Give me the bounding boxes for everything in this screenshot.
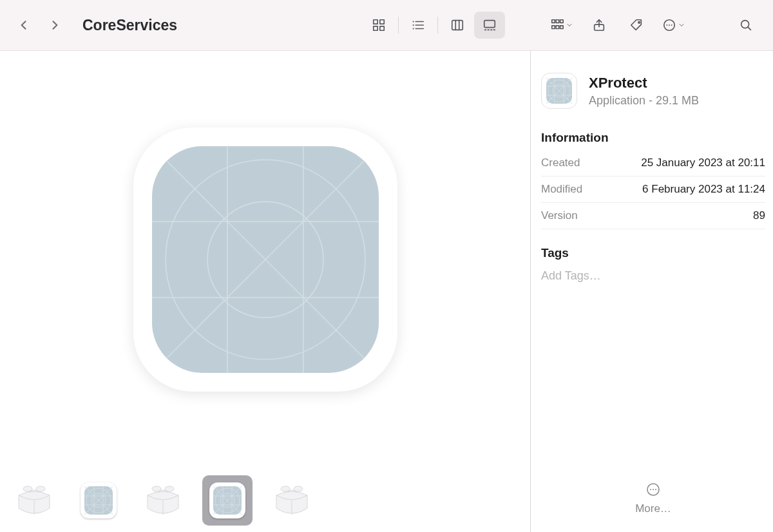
list-icon [411, 18, 425, 32]
search-button[interactable] [730, 12, 761, 39]
group-icon [550, 18, 564, 32]
more-label: More… [635, 502, 671, 515]
guideline-grid-icon [152, 146, 379, 373]
columns-icon [450, 18, 464, 32]
thumb-item-0[interactable] [9, 475, 59, 526]
view-list-button[interactable] [403, 12, 434, 39]
svg-rect-20 [560, 20, 564, 23]
svg-rect-2 [374, 26, 377, 30]
ellipsis-circle-icon [645, 482, 661, 497]
inspector-panel: XProtect Application - 29.1 MB Informati… [530, 51, 773, 532]
svg-point-27 [666, 24, 667, 26]
created-value: 25 January 2023 at 20:11 [641, 157, 765, 169]
back-button[interactable] [12, 13, 36, 37]
svg-rect-1 [380, 20, 384, 24]
svg-rect-0 [374, 20, 377, 24]
view-icons-button[interactable] [363, 12, 394, 39]
thumb-item-4[interactable] [267, 475, 317, 526]
svg-rect-10 [452, 21, 463, 30]
ellipsis-circle-icon [662, 18, 676, 32]
more-button[interactable]: More… [635, 482, 671, 515]
svg-point-8 [413, 28, 414, 29]
section-tags: Tags [541, 246, 765, 260]
thumb-item-1[interactable] [73, 475, 124, 526]
group-by-button[interactable] [546, 12, 577, 39]
view-gallery-button[interactable] [474, 12, 505, 39]
gallery-icon [482, 18, 497, 32]
tag-icon [629, 18, 644, 32]
svg-rect-3 [380, 26, 384, 30]
svg-rect-22 [556, 26, 559, 29]
svg-point-76 [655, 489, 656, 490]
thumbnail-strip[interactable] [0, 468, 530, 532]
view-switch-group [363, 12, 505, 39]
view-columns-button[interactable] [442, 12, 473, 39]
inspector-file-icon [541, 73, 577, 109]
info-row-created: Created 25 January 2023 at 20:11 [541, 150, 765, 176]
add-tags-field[interactable]: Add Tags… [541, 269, 765, 283]
svg-point-29 [671, 24, 673, 26]
chevron-right-icon [48, 19, 61, 32]
modified-label: Modified [541, 183, 582, 196]
svg-rect-13 [484, 21, 495, 28]
actions-button[interactable] [658, 12, 689, 39]
separator [437, 17, 438, 33]
modified-value: 6 February 2023 at 11:24 [642, 183, 765, 196]
window-title: CoreServices [82, 17, 177, 34]
search-icon [739, 18, 753, 32]
inspector-footer: More… [541, 482, 765, 520]
guideline-grid-icon [546, 78, 572, 104]
toolbar: CoreServices [0, 0, 773, 51]
chevron-down-icon [678, 21, 685, 29]
svg-point-74 [650, 489, 651, 490]
grid-icon [372, 18, 386, 32]
svg-point-28 [669, 24, 670, 26]
separator [398, 17, 399, 33]
file-name: XProtect [589, 75, 699, 91]
forward-button[interactable] [43, 13, 67, 37]
svg-rect-18 [552, 20, 555, 23]
svg-line-31 [748, 27, 750, 30]
version-value: 89 [753, 209, 765, 222]
info-row-modified: Modified 6 February 2023 at 11:24 [541, 176, 765, 203]
tags-button[interactable] [621, 12, 652, 39]
section-information: Information [541, 131, 765, 145]
svg-rect-19 [556, 20, 559, 23]
content-body: XProtect Application - 29.1 MB Informati… [0, 51, 773, 532]
svg-point-4 [413, 21, 414, 22]
svg-rect-21 [552, 26, 555, 29]
svg-point-25 [638, 22, 640, 24]
preview-canvas [0, 51, 530, 468]
share-icon [592, 18, 606, 32]
info-row-version: Version 89 [541, 203, 765, 229]
version-label: Version [541, 209, 578, 222]
thumb-item-3[interactable] [202, 475, 253, 526]
svg-point-6 [413, 24, 414, 26]
file-kind-size: Application - 29.1 MB [589, 94, 699, 108]
chevron-left-icon [17, 19, 30, 32]
inspector-header: XProtect Application - 29.1 MB [541, 73, 765, 109]
app-icon-placeholder [152, 146, 379, 373]
share-button[interactable] [584, 12, 615, 39]
svg-point-75 [653, 489, 654, 490]
chevron-down-icon [566, 21, 573, 29]
thumb-item-2[interactable] [138, 475, 188, 526]
preview-column [0, 51, 530, 532]
file-preview-icon [133, 128, 397, 392]
svg-rect-23 [560, 26, 564, 29]
created-label: Created [541, 157, 580, 169]
